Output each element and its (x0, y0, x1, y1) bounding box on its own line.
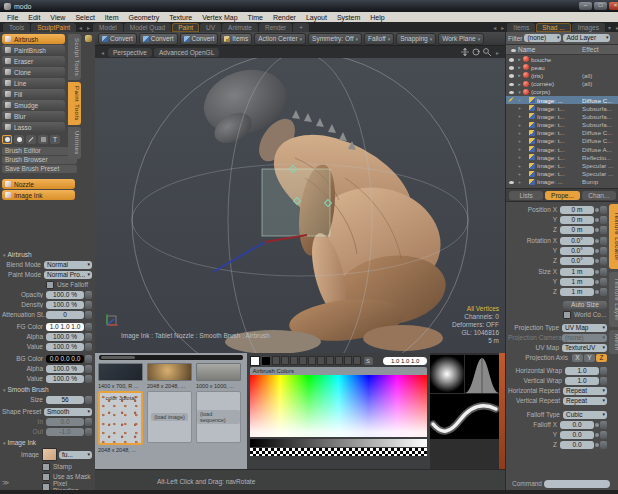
browser-thumbnail-1[interactable] (98, 363, 143, 381)
tab-channels[interactable]: Chan... (582, 191, 616, 200)
tool-lasso[interactable]: Lasso (2, 122, 65, 132)
work-plane-dropdown[interactable]: Work Plane▾ (438, 33, 484, 45)
action-center-dropdown[interactable]: Action Center▾ (254, 33, 306, 45)
brush-tip-round-icon[interactable] (2, 135, 12, 144)
load-sequence-slot[interactable]: (load sequence) (196, 391, 241, 443)
command-input[interactable] (544, 480, 610, 488)
tool-eraser[interactable]: Eraser (2, 56, 65, 66)
eye-icon[interactable] (506, 178, 516, 185)
shader-row[interactable]: +Image: t...Subsurfa... (506, 112, 618, 120)
tab-paint-tools[interactable]: Paint Tools (68, 82, 81, 125)
menu-render[interactable]: Render (268, 14, 301, 21)
envelope-dot[interactable] (595, 218, 599, 222)
symmetry-dropdown[interactable]: Symmetry: Off▾ (308, 33, 362, 45)
menu-help[interactable]: Help (365, 14, 389, 21)
h-wrap-field[interactable]: 1.0 (565, 367, 599, 375)
shader-row[interactable]: +Image: t...Subsurfa... (506, 121, 618, 129)
text-tool-button[interactable]: T (50, 135, 60, 144)
menu-item[interactable]: Item (100, 14, 124, 21)
opacity-spinner[interactable] (85, 291, 92, 299)
envelope-dot[interactable] (595, 249, 599, 253)
rotation-x-field[interactable]: 0.0° (560, 237, 594, 245)
blend-mode-select[interactable]: Normal (44, 261, 92, 269)
eye-icon[interactable] (506, 80, 516, 87)
load-image-button[interactable]: (load image) (151, 413, 188, 421)
menu-time[interactable]: Time (243, 14, 268, 21)
minimize-button[interactable]: – (579, 2, 592, 10)
tab-sculpt-tools[interactable]: Sculpt Tools (68, 34, 81, 80)
spinner[interactable] (600, 268, 607, 276)
h-repeat-select[interactable]: Repeat (563, 387, 607, 395)
palette-icon[interactable] (85, 35, 92, 42)
envelope-dot[interactable] (595, 270, 599, 274)
menu-file[interactable]: File (2, 14, 23, 21)
fg-swatch[interactable] (250, 356, 260, 366)
palette-swatch[interactable] (317, 356, 325, 365)
fg-color-picker-button[interactable] (85, 323, 92, 331)
tool-line[interactable]: Line (2, 78, 65, 88)
section-smooth-brush[interactable]: ▾Smooth Brush (3, 385, 95, 394)
tab-advanced-opengl[interactable]: Advanced OpenGL (154, 48, 219, 57)
shader-row[interactable]: +Image: t...Diffuse C... (506, 137, 618, 145)
tool-clone[interactable]: Clone (2, 67, 65, 77)
axis-y-button[interactable]: Y (584, 354, 595, 362)
brush-tip-soft-icon[interactable] (14, 135, 24, 144)
palette-swatch[interactable] (290, 356, 298, 365)
world-coords-checkbox[interactable]: World Co... (563, 311, 607, 319)
tab-animate[interactable]: Animate (222, 23, 258, 32)
tab-perspective[interactable]: Perspective (108, 48, 152, 57)
attenuation-field[interactable]: 0 (46, 311, 84, 319)
shader-row[interactable]: +Image: ...Bump (506, 178, 618, 186)
tab-texture-locator[interactable]: Texture Locator (609, 204, 618, 269)
brush-browser-button[interactable]: Brush Browser (2, 156, 77, 164)
tab-model-quad[interactable]: Model Quad (124, 23, 171, 32)
spinner[interactable] (600, 367, 607, 375)
alpha-checker-bar[interactable] (250, 448, 428, 456)
load-image-slot[interactable]: (load image) (147, 391, 192, 443)
palette-swatch[interactable] (281, 356, 289, 365)
falloff-dropdown[interactable]: Falloff▾ (364, 33, 394, 45)
value-gradient-bar[interactable] (250, 439, 428, 447)
density-field[interactable]: 100.0 % (46, 301, 84, 309)
fg-value-spinner[interactable] (85, 343, 92, 351)
envelope-dot[interactable] (595, 433, 599, 437)
fg-color-field[interactable]: 1.0 1.0 1.0 (46, 323, 84, 331)
tool-airbrush[interactable]: Airbrush (2, 34, 65, 44)
browser-thumbnail-3[interactable] (196, 363, 241, 381)
browser-thumbnail-2[interactable] (147, 363, 192, 381)
bg-alpha-spinner[interactable] (85, 365, 92, 373)
tab-uv[interactable]: UV (200, 23, 221, 32)
envelope-dot[interactable] (595, 423, 599, 427)
tabs-nav-right-icon[interactable]: ▸ (85, 24, 92, 31)
convert-button-2[interactable]: Convert (139, 33, 178, 45)
menu-system[interactable]: System (332, 14, 365, 21)
envelope-dot[interactable] (595, 228, 599, 232)
spinner[interactable] (600, 421, 607, 429)
3d-viewport[interactable]: Image Ink : Tablet Nozzle : Smooth Brush… (95, 58, 505, 353)
section-airbrush[interactable]: ▾Airbrush (3, 250, 95, 259)
menu-select[interactable]: Select (70, 14, 99, 21)
rotation-z-field[interactable]: 0.0° (560, 257, 594, 265)
items-button[interactable]: Items (220, 33, 252, 45)
size-z-field[interactable]: 1 m (560, 288, 594, 296)
pan-icon[interactable] (461, 48, 470, 57)
falloff-x-field[interactable]: 0.0 (560, 421, 594, 429)
right-tabs-nav-right-icon[interactable]: ▸ (499, 24, 506, 31)
tab-texture-layer[interactable]: Texture Layer (609, 272, 618, 327)
bg-value-spinner[interactable] (85, 375, 92, 383)
snapping-dropdown[interactable]: Snapping▾ (396, 33, 436, 45)
bg-color-picker-button[interactable] (85, 355, 92, 363)
palette-swatch[interactable] (344, 356, 352, 365)
spinner[interactable] (600, 441, 607, 449)
size-spinner[interactable] (85, 396, 92, 404)
shader-row[interactable]: +Image: t...Reflectio... (506, 153, 618, 161)
tab-lists[interactable]: Lists (509, 191, 543, 200)
bg-alpha-field[interactable]: 100.0 % (46, 365, 84, 373)
auto-size-button[interactable]: Auto Size (563, 301, 607, 309)
envelope-dot[interactable] (595, 208, 599, 212)
eye-icon[interactable] (506, 88, 516, 95)
menu-layout[interactable]: Layout (301, 14, 332, 21)
close-button[interactable]: × (609, 2, 618, 10)
palette-swatch[interactable] (335, 356, 343, 365)
tool-paintbrush[interactable]: PaintBrush (2, 45, 65, 55)
